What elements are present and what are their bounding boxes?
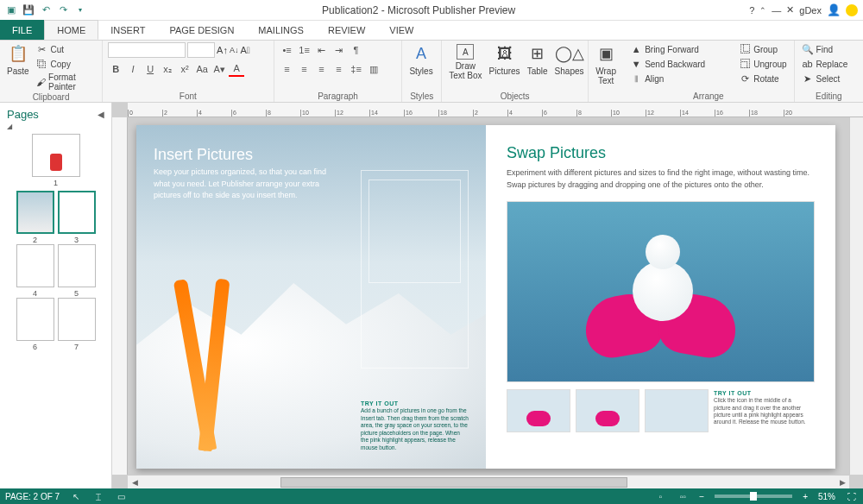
pilcrow-icon[interactable]: ¶	[349, 42, 364, 58]
format-painter-button[interactable]: 🖌Format Painter	[35, 72, 98, 92]
scroll-left-icon[interactable]: ◀	[128, 476, 142, 489]
help-icon[interactable]: ?	[749, 5, 754, 16]
collapse-tree-icon[interactable]: ◢	[3, 123, 108, 130]
picture-placeholder[interactable]	[361, 170, 469, 369]
char-spacing-icon[interactable]: Aa	[194, 61, 210, 77]
hero-image[interactable]	[507, 201, 815, 382]
scroll-right-icon[interactable]: ▶	[835, 476, 849, 489]
replace-button[interactable]: abReplace	[800, 57, 850, 71]
line-spacing-icon[interactable]: ‡≡	[349, 61, 364, 77]
cut-button[interactable]: ✂Cut	[35, 42, 98, 56]
shrink-font-icon[interactable]: A↓	[230, 46, 239, 54]
page-thumb-2[interactable]: 2	[16, 191, 54, 244]
font-size-select[interactable]	[187, 42, 215, 58]
right-page-body[interactable]: Experiment with different pictures and s…	[507, 167, 815, 191]
bring-forward-button[interactable]: ▲Bring Forward	[628, 42, 734, 56]
avatar-icon[interactable]: 👤	[827, 3, 841, 16]
thumbnail-image[interactable]	[576, 389, 639, 432]
tab-review[interactable]: REVIEW	[316, 20, 377, 40]
tab-mailings[interactable]: MAILINGS	[246, 20, 316, 40]
copy-button[interactable]: ⿻Copy	[35, 57, 98, 71]
ribbon-collapse-icon[interactable]: ⌃	[759, 6, 766, 15]
page-thumb-7[interactable]: 7	[58, 298, 96, 351]
align-right-icon[interactable]: ≡	[314, 61, 330, 77]
group-button[interactable]: ⿺Group	[737, 42, 788, 56]
font-color-icon[interactable]: A	[229, 61, 244, 77]
superscript-icon[interactable]: x²	[177, 61, 192, 77]
minimize-icon[interactable]: —	[772, 5, 781, 16]
align-center-icon[interactable]: ≡	[297, 61, 312, 77]
tab-home[interactable]: HOME	[44, 20, 98, 40]
wrap-text-button[interactable]: ▣Wrap Text	[594, 42, 618, 87]
select-button[interactable]: ➤Select	[800, 72, 850, 85]
scroll-thumb[interactable]	[280, 477, 627, 488]
collapse-panel-icon[interactable]: ◀	[98, 110, 104, 119]
bullets-icon[interactable]: •≡	[280, 42, 295, 58]
numbering-icon[interactable]: 1≡	[297, 42, 312, 58]
fit-page-icon[interactable]: ⛶	[846, 490, 858, 502]
left-tryout[interactable]: TRY IT OUT Add a bunch of pictures in on…	[361, 400, 469, 451]
styles-button[interactable]: A Styles	[407, 42, 434, 78]
right-tryout[interactable]: TRY IT OUT Click the icon in the middle …	[714, 389, 809, 432]
tab-view[interactable]: VIEW	[377, 20, 425, 40]
underline-icon[interactable]: U	[142, 61, 158, 77]
object-size-icon[interactable]: ▭	[115, 490, 127, 502]
increase-indent-icon[interactable]: ⇥	[331, 42, 347, 58]
tab-file[interactable]: FILE	[0, 20, 44, 40]
grow-font-icon[interactable]: A↑	[217, 45, 228, 55]
view-spread-icon[interactable]: ▫▫	[677, 490, 689, 502]
save-icon[interactable]: 💾	[21, 3, 36, 18]
shapes-button[interactable]: ◯△Shapes	[553, 42, 586, 78]
left-page-title[interactable]: Insert Pictures	[154, 146, 253, 164]
caret-icon[interactable]: ⌶	[92, 490, 104, 502]
zoom-in-button[interactable]: +	[803, 492, 808, 501]
subscript-icon[interactable]: x₂	[160, 61, 175, 77]
tab-page-design[interactable]: PAGE DESIGN	[157, 20, 246, 40]
page-status[interactable]: PAGE: 2 OF 7	[5, 492, 60, 501]
find-button[interactable]: 🔍Find	[800, 42, 850, 56]
zoom-level[interactable]: 51%	[818, 492, 835, 501]
horizontal-scrollbar[interactable]: ◀ ▶	[128, 475, 849, 488]
decrease-indent-icon[interactable]: ⇤	[314, 42, 330, 58]
page-thumb-4[interactable]: 4	[16, 244, 54, 298]
zoom-out-button[interactable]: −	[699, 492, 704, 501]
text-effects-icon[interactable]: A▾	[211, 61, 227, 77]
zoom-slider[interactable]	[715, 495, 792, 498]
page-right[interactable]: Swap Pictures Experiment with different …	[486, 125, 835, 469]
right-page-title[interactable]: Swap Pictures	[507, 144, 815, 162]
cursor-icon[interactable]: ↖	[70, 490, 82, 502]
ungroup-button[interactable]: ⿹Ungroup	[737, 57, 788, 71]
canvas-area[interactable]: 0246810121416182468101214161820 Insert P…	[112, 103, 863, 488]
columns-icon[interactable]: ▥	[366, 61, 381, 77]
smiley-icon[interactable]	[846, 4, 858, 16]
font-family-select[interactable]	[108, 42, 186, 58]
pictures-button[interactable]: 🖼Pictures	[487, 42, 521, 78]
tab-insert[interactable]: INSERT	[98, 20, 157, 40]
rotate-button[interactable]: ⟳Rotate	[737, 72, 788, 85]
draw-textbox-button[interactable]: ADraw Text Box	[447, 42, 483, 82]
redo-icon[interactable]: ↷	[55, 3, 71, 18]
page-thumb-6[interactable]: 6	[16, 298, 54, 351]
thumbnail-image[interactable]	[645, 389, 709, 432]
qat-more-icon[interactable]: ▾	[72, 3, 88, 18]
thumbnail-image[interactable]	[507, 389, 570, 432]
italic-icon[interactable]: I	[125, 61, 141, 77]
picture-placeholder-inner[interactable]	[369, 180, 461, 283]
page-thumb-3[interactable]: 3	[58, 191, 96, 244]
user-label[interactable]: gDex	[799, 5, 822, 16]
table-button[interactable]: ⊞Table	[526, 42, 550, 78]
page-thumb-1[interactable]: 1	[32, 134, 80, 187]
send-backward-button[interactable]: ▼Send Backward	[628, 57, 734, 71]
bold-icon[interactable]: B	[108, 61, 123, 77]
undo-icon[interactable]: ↶	[38, 3, 54, 18]
clear-formatting-icon[interactable]: A⃠	[240, 45, 249, 55]
page-left[interactable]: Insert Pictures Keep your pictures organ…	[136, 125, 486, 469]
vertical-scrollbar[interactable]	[849, 117, 863, 475]
page-spread[interactable]: Insert Pictures Keep your pictures organ…	[136, 125, 835, 469]
align-button[interactable]: ⫴Align	[628, 72, 734, 85]
close-icon[interactable]: ✕	[786, 4, 794, 16]
justify-icon[interactable]: ≡	[331, 61, 347, 77]
view-single-icon[interactable]: ▫	[654, 490, 666, 502]
align-left-icon[interactable]: ≡	[280, 61, 295, 77]
left-page-body[interactable]: Keep your pictures organized, so that yo…	[154, 167, 335, 202]
